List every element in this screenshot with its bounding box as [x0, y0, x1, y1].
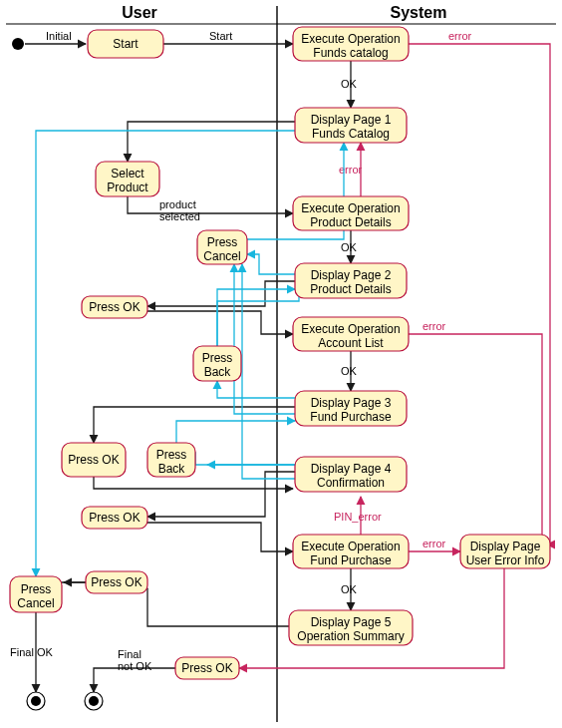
node-start-label: Start: [113, 37, 139, 51]
node-display-p4-l1: Display Page 4: [311, 462, 392, 476]
node-press-back-1-l2: Back: [204, 365, 232, 379]
node-display-p1-l2: Funds Catalog: [312, 127, 390, 141]
node-display-error-l2: User Error Info: [466, 553, 545, 567]
edge-error-1: error: [448, 30, 472, 42]
node-select-product-l2: Product: [107, 181, 148, 194]
edge-final-ok: Final OK: [10, 646, 53, 658]
node-exec-catalog-l1: Execute Operation: [301, 32, 400, 46]
svg-point-2: [31, 696, 41, 706]
node-exec-acct-l1: Execute Operation: [301, 322, 400, 336]
node-exec-details-l2: Product Details: [310, 215, 391, 229]
node-display-error-l1: Display Page: [470, 540, 541, 553]
edge-error-2: error: [339, 164, 363, 176]
edge-start: Start: [209, 30, 232, 42]
node-press-ok-4-label: Press OK: [91, 575, 141, 589]
node-press-ok-2-label: Press OK: [68, 453, 119, 467]
node-select-product-l1: Select: [111, 167, 144, 181]
edge-ok-3: OK: [341, 365, 358, 377]
swimlane-system-title: System: [391, 4, 447, 21]
edge-prodsel-1: product: [159, 198, 196, 210]
node-press-cancel-1-l2: Cancel: [203, 249, 240, 263]
node-press-back-2-l2: Back: [158, 462, 186, 476]
edge-ok-4: OK: [341, 583, 358, 595]
node-press-ok-err-label: Press OK: [181, 661, 232, 675]
node-exec-acct-l2: Account List: [318, 336, 384, 350]
initial-node: [12, 38, 24, 50]
node-display-p1-l1: Display Page 1: [311, 113, 392, 127]
edge-error-4: error: [422, 538, 446, 549]
node-press-cancel-1-l1: Press: [207, 235, 238, 249]
node-press-back-2-l1: Press: [156, 448, 187, 462]
node-exec-purchase-l2: Fund Purchase: [310, 553, 392, 567]
node-exec-catalog-l2: Funds catalog: [313, 46, 388, 60]
node-press-ok-1-label: Press OK: [89, 300, 140, 314]
node-display-p2-l2: Product Details: [310, 282, 391, 296]
edge-pin-error: PIN_error: [334, 511, 382, 523]
edge-ok-1: OK: [341, 78, 358, 90]
node-press-cancel-2-l1: Press: [21, 582, 52, 596]
edge-ok-2: OK: [341, 241, 358, 253]
node-press-ok-3-label: Press OK: [89, 511, 140, 525]
edge-finalnot-1: Final: [118, 648, 141, 660]
node-display-p3-l2: Fund Purchase: [310, 410, 392, 424]
edge-error-3: error: [422, 320, 446, 332]
node-press-cancel-2-l2: Cancel: [17, 596, 54, 610]
swimlane-user-title: User: [122, 4, 157, 21]
node-display-p3-l1: Display Page 3: [311, 396, 392, 410]
node-display-p2-l1: Display Page 2: [311, 268, 392, 282]
node-exec-purchase-l1: Execute Operation: [301, 540, 400, 553]
node-display-p4-l2: Confirmation: [317, 476, 385, 490]
svg-point-3: [89, 696, 99, 706]
edge-initial: Initial: [46, 30, 72, 42]
activity-diagram: User System Initial Start OK error produ…: [0, 0, 562, 728]
node-display-p5-l1: Display Page 5: [311, 615, 392, 629]
node-press-back-1-l1: Press: [202, 351, 233, 365]
edge-prodsel-2: selected: [159, 210, 200, 222]
node-exec-details-l1: Execute Operation: [301, 201, 400, 215]
node-display-p5-l2: Operation Summary: [297, 629, 404, 643]
edge-finalnot-2: not OK: [118, 660, 152, 672]
